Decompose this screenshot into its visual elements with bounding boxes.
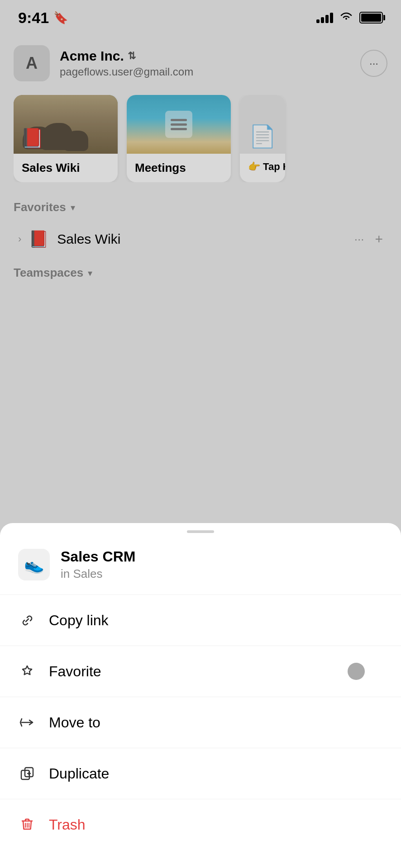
sheet-item-info: 👟 Sales CRM in Sales [0,538,401,595]
favorite-label: Favorite [49,663,101,680]
sheet-item-text: Sales CRM in Sales [61,548,135,581]
sheet-item-icon: 👟 [18,549,50,580]
bottom-sheet: 👟 Sales CRM in Sales Copy link Favorite [0,523,401,868]
favorite-toggle[interactable] [348,663,365,680]
duplicate-label: Duplicate [49,765,109,782]
sheet-handle-bar [187,530,214,533]
favorite-menu-item[interactable]: Favorite [0,646,401,697]
sheet-item-name: Sales CRM [61,548,135,565]
duplicate-icon [18,764,36,783]
duplicate-menu-item[interactable]: Duplicate [0,748,401,799]
trash-label: Trash [49,816,86,833]
move-to-menu-item[interactable]: Move to [0,697,401,748]
copy-link-menu-item[interactable]: Copy link [0,595,401,646]
move-to-icon [18,713,36,731]
sheet-handle [0,523,401,538]
trash-icon [18,816,36,834]
copy-link-icon [18,611,36,629]
copy-link-label: Copy link [49,612,109,629]
trash-menu-item[interactable]: Trash [0,799,401,850]
sheet-item-location: in Sales [61,567,135,581]
favorite-icon [18,662,36,680]
move-to-label: Move to [49,714,100,731]
